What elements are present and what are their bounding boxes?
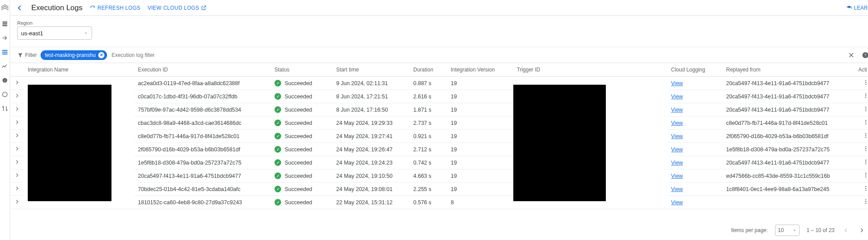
nav-item-logs-icon[interactable] <box>1 48 9 56</box>
cell-integration-version: 19 <box>447 183 513 196</box>
region-section: Region us-east1 <box>10 16 868 47</box>
nav-item-1-icon[interactable] <box>1 20 9 28</box>
expand-row-button[interactable] <box>10 169 24 183</box>
expand-row-button[interactable] <box>10 90 24 103</box>
chevron-right-icon <box>14 185 20 191</box>
cell-cloud-logging: View <box>668 90 723 103</box>
expand-row-button[interactable] <box>10 130 24 143</box>
svg-rect-2 <box>3 25 7 26</box>
cell-status: ✓Succeeded <box>271 143 333 156</box>
row-actions-button[interactable] <box>855 103 868 116</box>
refresh-logs-label: REFRESH LOGS <box>97 5 141 11</box>
svg-point-21 <box>865 122 866 123</box>
view-cloud-log-link[interactable]: View <box>671 107 683 113</box>
more-vert-icon <box>863 119 868 125</box>
cell-start-time: 9 Jun 2024, 02:11:31 <box>333 77 410 90</box>
cell-execution-id: c8e0d77b-fb71-446a-917d-8f41de528c01 <box>134 130 271 143</box>
cell-replayed-from: 1e5f8b18-d308-479a-bd0a-257237a72c75 <box>723 143 855 156</box>
cell-cloud-logging: View <box>668 156 723 169</box>
svg-point-37 <box>865 190 866 191</box>
page-title: Execution Logs <box>31 4 82 12</box>
back-button[interactable] <box>15 4 24 12</box>
table-row: 2f065790-d16b-4029-b53a-b6b03b6581df✓Suc… <box>10 143 868 156</box>
cell-integration-version: 19 <box>447 103 513 116</box>
row-actions-button[interactable] <box>855 156 868 169</box>
check-circle-icon: ✓ <box>274 80 281 86</box>
expand-row-button[interactable] <box>10 183 24 196</box>
cell-cloud-logging: View <box>668 196 723 209</box>
view-cloud-log-link[interactable]: View <box>671 120 683 126</box>
cell-replayed-from: 20ca5497-f413-4e11-91a6-4751bdcb9477 <box>723 77 855 90</box>
svg-point-14 <box>865 94 866 94</box>
cell-status: ✓Succeeded <box>271 103 333 116</box>
svg-point-12 <box>865 82 866 83</box>
view-cloud-log-link[interactable]: View <box>671 173 683 179</box>
col-integration-version: Integration Version <box>447 63 513 77</box>
view-cloud-logs-button[interactable]: VIEW CLOUD LOGS <box>148 5 207 11</box>
view-cloud-logs-label: VIEW CLOUD LOGS <box>148 5 199 11</box>
row-actions-button[interactable] <box>855 116 868 130</box>
chevron-down-icon <box>792 228 797 232</box>
expand-row-button[interactable] <box>10 196 24 209</box>
svg-point-17 <box>865 107 866 108</box>
learn-button[interactable]: LEARN <box>846 5 868 11</box>
expand-row-button[interactable] <box>10 116 24 130</box>
cell-status: ✓Succeeded <box>271 90 333 103</box>
filter-input[interactable] <box>111 52 843 59</box>
pager-next-button[interactable] <box>857 226 866 235</box>
cell-start-time: 24 May 2024, 19:10:50 <box>333 169 410 183</box>
filter-icon <box>17 52 23 58</box>
check-circle-icon: ✓ <box>274 172 281 179</box>
status-text: Succeeded <box>285 120 312 126</box>
svg-point-27 <box>865 148 866 149</box>
expand-row-button[interactable] <box>10 156 24 169</box>
row-actions-button[interactable] <box>855 143 868 156</box>
nav-item-7-icon[interactable] <box>1 105 9 112</box>
chevron-right-icon <box>858 227 865 234</box>
cell-cloud-logging: View <box>668 183 723 196</box>
region-select[interactable]: us-east1 <box>17 26 92 40</box>
nav-item-5-icon[interactable]: i <box>1 76 9 84</box>
pager-prev-button[interactable] <box>842 226 850 235</box>
svg-point-33 <box>865 175 866 176</box>
col-trigger-id: Trigger ID <box>513 63 668 77</box>
view-cloud-log-link[interactable]: View <box>671 133 683 139</box>
row-actions-button[interactable] <box>855 130 868 143</box>
filter-chip-remove[interactable]: ✕ <box>98 52 104 58</box>
items-per-page-select[interactable]: 10 <box>775 225 800 236</box>
cell-integration-version: 19 <box>447 169 513 183</box>
cell-integration-version: 19 <box>447 130 513 143</box>
refresh-logs-button[interactable]: REFRESH LOGS <box>89 5 141 11</box>
expand-row-button[interactable] <box>10 77 24 90</box>
row-actions-button[interactable] <box>855 90 868 103</box>
filter-help-button[interactable]: ? <box>861 51 868 60</box>
svg-point-35 <box>865 186 866 187</box>
filter-chip[interactable]: test-masking-pranshu ✕ <box>41 50 107 60</box>
view-cloud-log-link[interactable]: View <box>671 94 683 100</box>
row-actions-button[interactable] <box>855 196 868 209</box>
expand-row-button[interactable] <box>10 143 24 156</box>
svg-point-40 <box>865 203 866 204</box>
view-cloud-log-link[interactable]: View <box>671 160 683 166</box>
row-actions-button[interactable] <box>855 77 868 90</box>
nav-item-2-icon[interactable] <box>1 34 9 42</box>
chevron-right-icon <box>14 172 20 178</box>
nav-item-6-icon[interactable] <box>1 90 9 98</box>
table-pager: Items per page: 10 1 – 10 of 23 <box>10 221 868 240</box>
clear-filters-button[interactable] <box>847 51 856 60</box>
cell-replayed-from <box>723 196 855 209</box>
table-row: 1810152c-ca60-4eb8-9c80-27d9a37c9243✓Suc… <box>10 196 868 209</box>
view-cloud-log-link[interactable]: View <box>671 186 683 192</box>
svg-rect-0 <box>3 22 7 23</box>
chevron-right-icon <box>14 93 20 99</box>
table-row: c0ca017c-1dbd-4f31-96db-07a07c32ffdb✓Suc… <box>10 90 868 103</box>
row-actions-button[interactable] <box>855 169 868 183</box>
view-cloud-log-link[interactable]: View <box>671 146 683 153</box>
view-cloud-log-link[interactable]: View <box>671 80 683 86</box>
row-actions-button[interactable] <box>855 183 868 196</box>
view-cloud-log-link[interactable]: View <box>671 199 683 206</box>
expand-row-button[interactable] <box>10 103 24 116</box>
region-label: Region <box>17 20 868 26</box>
svg-rect-4 <box>2 52 7 52</box>
nav-item-4-icon[interactable] <box>1 62 9 70</box>
